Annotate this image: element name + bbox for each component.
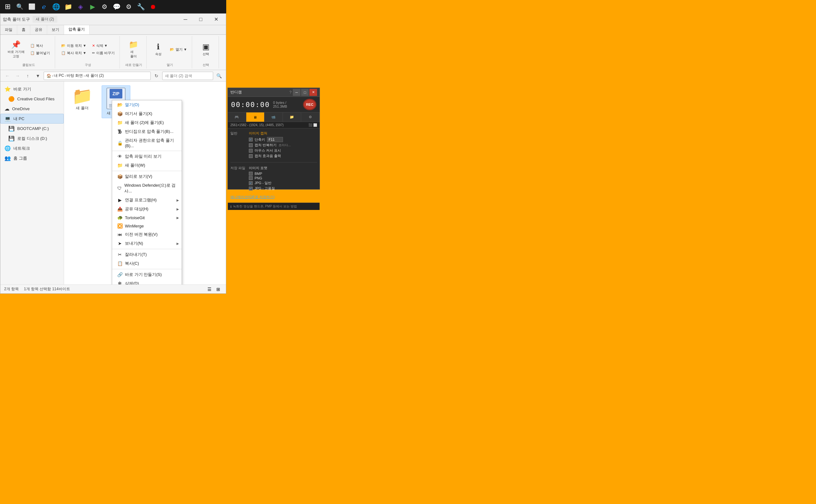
ctx-extract-here[interactable]: 📦 여기서 풀기(X) bbox=[112, 109, 182, 118]
sidebar-item-network[interactable]: 🌐 네트워크 bbox=[0, 143, 64, 153]
favorites-label: 바로 가기 bbox=[13, 86, 31, 92]
ctx-new-folder-w[interactable]: 📁 새 폴더(W) bbox=[112, 161, 182, 170]
search-button[interactable]: 🔍 bbox=[214, 71, 223, 80]
sidebar-item-favorites[interactable]: ⭐ 바로 가기 bbox=[0, 84, 64, 94]
search-icon[interactable]: 🔍 bbox=[15, 2, 25, 12]
ctx-open[interactable]: 📂 열기(O) bbox=[112, 100, 182, 109]
steam-icon[interactable]: ⚙ bbox=[99, 2, 110, 12]
ctx-copy[interactable]: 📋 복사(C) bbox=[112, 259, 182, 268]
copy-to-button[interactable]: 📋 복사 위치 ▼ bbox=[59, 50, 89, 56]
record-icon[interactable]: ⏺ bbox=[148, 2, 158, 12]
game-icon[interactable]: ▶ bbox=[87, 2, 97, 12]
bandicam-maximize[interactable]: □ bbox=[301, 89, 309, 96]
shortcut-input[interactable] bbox=[267, 137, 283, 142]
tab-share[interactable]: 공유 bbox=[30, 25, 47, 34]
jpg-normal-checkbox[interactable] bbox=[249, 181, 253, 185]
ctx-open-icon: 📂 bbox=[117, 102, 122, 107]
tab-view[interactable]: 보기 bbox=[47, 25, 64, 34]
ctx-alzip[interactable]: 📦 알리로 보기(V) bbox=[112, 172, 182, 181]
extra-icon[interactable]: 🔧 bbox=[136, 2, 146, 12]
sound-checkbox[interactable] bbox=[249, 154, 253, 158]
bandicam-tab-game[interactable]: 🎮 bbox=[228, 112, 246, 122]
rename-button[interactable]: ✏ 이름 바꾸기 bbox=[90, 50, 117, 56]
sidebar-item-homegroup[interactable]: 👥 홈 그룹 bbox=[0, 153, 64, 163]
talk-icon[interactable]: 💬 bbox=[112, 2, 122, 12]
ctx-tortoisegit[interactable]: 🐢 TortoiseGit ▶ bbox=[112, 213, 182, 222]
ctx-extract-to[interactable]: 📁 새 폴더 (2)에 풀기(E) bbox=[112, 118, 182, 127]
bandicam-size: 0 bytes / 251.3MB bbox=[273, 101, 300, 108]
forward-button[interactable]: → bbox=[13, 71, 22, 80]
copy-button[interactable]: 📋 복사 bbox=[28, 42, 52, 49]
ctx-open-with[interactable]: ▶ 연결 프로그램(H) ▶ bbox=[112, 196, 182, 205]
ctx-shortcut[interactable]: 🔗 바로 가기 만들기(S) bbox=[112, 270, 182, 279]
bandicam-tab-screen[interactable]: 🖥 bbox=[246, 112, 265, 122]
view-list-button[interactable]: ☰ bbox=[206, 286, 213, 293]
bandicam-minimize[interactable]: ─ bbox=[293, 89, 300, 96]
maximize-button[interactable]: □ bbox=[193, 15, 208, 24]
dropdown-button[interactable]: ▼ bbox=[33, 71, 42, 80]
png-checkbox[interactable] bbox=[249, 176, 253, 180]
explorer-body: ⭐ 바로 가기 🟠 Creative Cloud Files ☁ OneDriv… bbox=[0, 82, 226, 284]
bandicam-tab-webcam[interactable]: 📹 bbox=[264, 112, 283, 122]
address-path[interactable]: 🏠 › 내 PC › 바탕 화면 › 새 폴더 (2) bbox=[44, 72, 151, 80]
bandicam-tab-more[interactable]: ⚙ bbox=[301, 112, 320, 122]
ctx-winmerge[interactable]: 🔀 WinMerge bbox=[112, 222, 182, 230]
vs-icon[interactable]: ◈ bbox=[75, 2, 85, 12]
ctx-previous[interactable]: ⏮ 이전 버전 복원(V) bbox=[112, 230, 182, 239]
shortcut-checkbox[interactable] bbox=[249, 138, 253, 141]
refresh-button[interactable]: ↻ bbox=[152, 71, 161, 80]
folder-taskbar-icon[interactable]: 📁 bbox=[63, 2, 73, 12]
ctx-bandizip[interactable]: 🗜 반디집으로 압축 풀기(B)... bbox=[112, 127, 182, 136]
ctx-cut[interactable]: ✂ 잘라내기(T) bbox=[112, 250, 182, 259]
ctx-share[interactable]: 📤 공유 대상(H) ▶ bbox=[112, 205, 182, 213]
taskview-icon[interactable]: ⬜ bbox=[27, 2, 37, 12]
repeat-checkbox[interactable] bbox=[249, 143, 253, 147]
ctx-delete[interactable]: 🗑 삭제(D) bbox=[112, 279, 182, 284]
list-item[interactable]: 📁 새 폴더 bbox=[68, 85, 97, 113]
properties-button[interactable]: ℹ 속성 bbox=[150, 41, 166, 58]
bandicam-tab-files[interactable]: 📁 bbox=[283, 112, 301, 122]
sidebar-item-bootcamp[interactable]: 💾 BOOTCAMP (C:) bbox=[0, 124, 64, 133]
sidebar-item-mypc[interactable]: 💻 내 PC bbox=[0, 114, 64, 124]
tab-file[interactable]: 파일 bbox=[0, 25, 17, 34]
ctx-sep-4 bbox=[112, 269, 182, 269]
bmp-checkbox[interactable] bbox=[249, 172, 253, 176]
search-input[interactable] bbox=[162, 72, 213, 80]
back-button[interactable]: ← bbox=[3, 71, 12, 80]
sidebar-item-locald[interactable]: 💾 로컬 디스크 (D:) bbox=[0, 133, 64, 143]
edge-icon[interactable]: ℯ bbox=[39, 2, 49, 12]
paste-button[interactable]: 📋 붙여넣기 bbox=[28, 50, 52, 56]
sidebar-item-creativecloud[interactable]: 🟠 Creative Cloud Files bbox=[0, 94, 64, 104]
pin-button[interactable]: 📌 바로 가기에고정 bbox=[5, 39, 27, 60]
tab-extract[interactable]: 압축 풀기 bbox=[64, 25, 90, 34]
ctx-preview[interactable]: 👁 압축 파일 미리 보기 bbox=[112, 152, 182, 161]
ctx-sep-2 bbox=[112, 171, 182, 171]
mouse-checkbox[interactable] bbox=[249, 149, 253, 153]
sidebar-item-onedrive[interactable]: ☁ OneDrive bbox=[0, 104, 64, 114]
path-desktop: 바탕 화면 bbox=[67, 73, 83, 78]
open-button[interactable]: 📂 열기 ▼ bbox=[168, 46, 189, 53]
new-folder-button[interactable]: 📁 새폴더 bbox=[126, 39, 141, 60]
ctx-admin-extract[interactable]: 🔒 관리자 권한으로 압축 풀기(B)... bbox=[112, 136, 182, 150]
minimize-button[interactable]: ─ bbox=[178, 15, 193, 24]
bandicam-rec-button[interactable]: REC bbox=[303, 99, 316, 110]
jpg-high-checkbox[interactable] bbox=[249, 187, 253, 191]
up-button[interactable]: ↑ bbox=[23, 71, 32, 80]
gif-link[interactable]: 애니메이션(GIF로 저장하기) bbox=[230, 195, 275, 199]
ctx-sendto[interactable]: ➤ 보내기(N) ▶ bbox=[112, 239, 182, 248]
select-all-button[interactable]: ▣ 선택 bbox=[198, 41, 214, 58]
bandicam-close[interactable]: ✕ bbox=[309, 89, 317, 96]
tab-home[interactable]: 홈 bbox=[17, 25, 30, 34]
ribbon-content: 📌 바로 가기에고정 📋 복사 📋 붙여넣기 클립보드 bbox=[0, 35, 226, 70]
delete-button[interactable]: ✕ 삭제 ▼ bbox=[90, 42, 117, 49]
bandicam-timer: 00:00:00 bbox=[231, 101, 270, 109]
close-button[interactable]: ✕ bbox=[209, 15, 223, 24]
move-to-button[interactable]: 📂 이동 위치 ▼ bbox=[59, 42, 89, 49]
paste-icon: 📋 bbox=[30, 51, 35, 55]
chrome-icon[interactable]: 🌐 bbox=[51, 2, 61, 12]
settings-icon[interactable]: ⚙ bbox=[124, 2, 134, 12]
locald-label: 로컬 디스크 (D:) bbox=[17, 136, 47, 141]
windows-start-icon[interactable]: ⊞ bbox=[3, 2, 13, 12]
view-grid-button[interactable]: ⊞ bbox=[214, 286, 222, 293]
ctx-defender[interactable]: 🛡 Windows Defender(으)로 검사... bbox=[112, 181, 182, 196]
